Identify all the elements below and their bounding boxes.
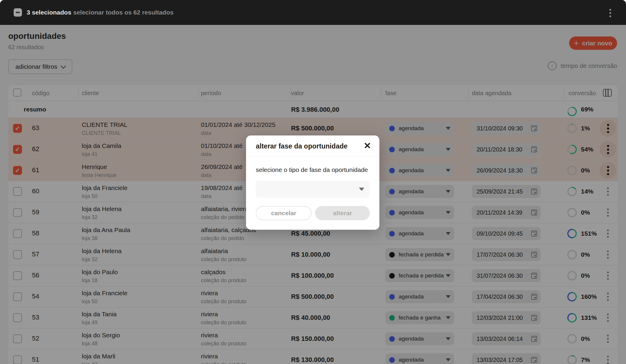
cancel-button[interactable]: cancelar bbox=[256, 206, 312, 220]
modal-title: alterar fase da oportunidade bbox=[256, 142, 347, 150]
indeterminate-minus-icon bbox=[16, 12, 20, 13]
phase-type-select[interactable] bbox=[256, 181, 370, 198]
close-icon[interactable]: ✕ bbox=[364, 141, 371, 150]
select-all-checkbox[interactable] bbox=[14, 8, 22, 17]
selected-count-label: 3 selecionados bbox=[27, 9, 71, 16]
toolbar-kebab-menu-icon[interactable] bbox=[609, 9, 611, 17]
change-phase-modal: alterar fase da oportunidade ✕ selecione… bbox=[246, 135, 379, 230]
select-caret-icon bbox=[359, 188, 364, 191]
select-all-results-link[interactable]: selecionar todos os 62 resultados bbox=[73, 9, 173, 16]
modal-body-label: selecione o tipo de fase da oportunidade bbox=[256, 166, 368, 173]
selection-toolbar: 3 selecionados selecionar todos os 62 re… bbox=[0, 0, 626, 25]
confirm-alterar-button[interactable]: alterar bbox=[315, 206, 370, 220]
